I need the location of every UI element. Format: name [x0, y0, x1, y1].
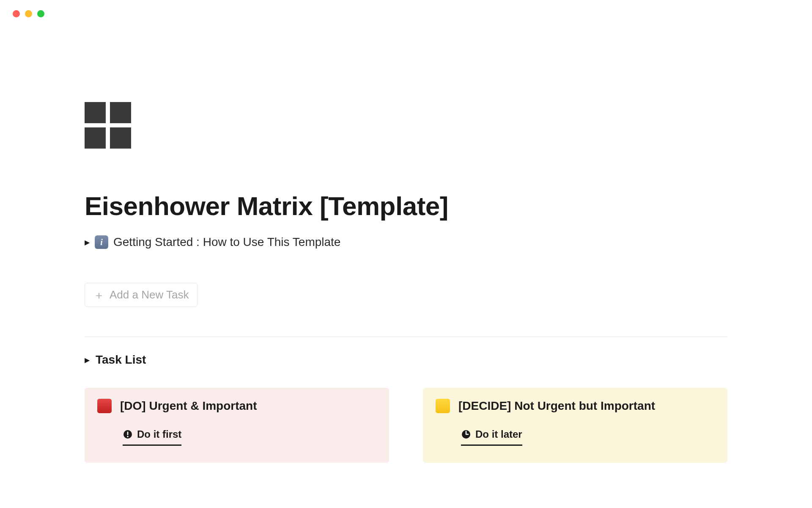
window-controls	[0, 0, 812, 17]
svg-point-2	[127, 436, 128, 437]
quadrant-decide-header: [DECIDE] Not Urgent but Important	[436, 399, 715, 413]
task-list-toggle[interactable]: ▶ Task List	[85, 353, 727, 367]
page-title[interactable]: Eisenhower Matrix [Template]	[85, 191, 727, 221]
grid-square-icon	[110, 102, 131, 123]
add-task-label: Add a New Task	[110, 288, 189, 301]
triangle-right-icon: ▶	[85, 238, 90, 246]
quadrant-do-header: [DO] Urgent & Important	[97, 399, 376, 413]
clock-icon	[461, 429, 471, 439]
tab-do-it-later[interactable]: Do it later	[461, 428, 522, 446]
svg-rect-1	[127, 432, 129, 436]
grid-square-icon	[85, 102, 106, 123]
page-content: Eisenhower Matrix [Template] ▶ i Getting…	[0, 17, 812, 463]
add-task-button[interactable]: ＋ Add a New Task	[85, 283, 198, 307]
red-square-icon	[97, 399, 112, 413]
tab-do-it-first[interactable]: Do it first	[123, 428, 181, 446]
triangle-right-icon: ▶	[85, 356, 90, 364]
tab-label: Do it first	[137, 428, 181, 440]
window-maximize-icon[interactable]	[37, 10, 44, 17]
plus-icon: ＋	[93, 290, 104, 301]
yellow-square-icon	[436, 399, 450, 413]
window-close-icon[interactable]	[13, 10, 20, 17]
exclamation-circle-icon	[123, 429, 133, 439]
quadrants-grid: [DO] Urgent & Important Do it first [DEC…	[85, 388, 727, 463]
getting-started-toggle[interactable]: ▶ i Getting Started : How to Use This Te…	[85, 235, 727, 249]
info-icon: i	[95, 235, 108, 249]
divider	[85, 337, 727, 337]
quadrant-do-tabs: Do it first	[97, 428, 376, 446]
quadrant-decide: [DECIDE] Not Urgent but Important Do it …	[423, 388, 727, 463]
getting-started-label: Getting Started : How to Use This Templa…	[113, 235, 340, 249]
quadrant-do-title: [DO] Urgent & Important	[120, 399, 257, 413]
grid-square-icon	[85, 127, 106, 149]
quadrant-decide-tabs: Do it later	[436, 428, 715, 446]
grid-square-icon	[110, 127, 131, 149]
task-list-label: Task List	[96, 353, 146, 367]
page-icon[interactable]	[85, 102, 727, 149]
quadrant-do: [DO] Urgent & Important Do it first	[85, 388, 389, 463]
window-minimize-icon[interactable]	[25, 10, 32, 17]
quadrant-decide-title: [DECIDE] Not Urgent but Important	[458, 399, 655, 413]
tab-label: Do it later	[475, 428, 522, 440]
